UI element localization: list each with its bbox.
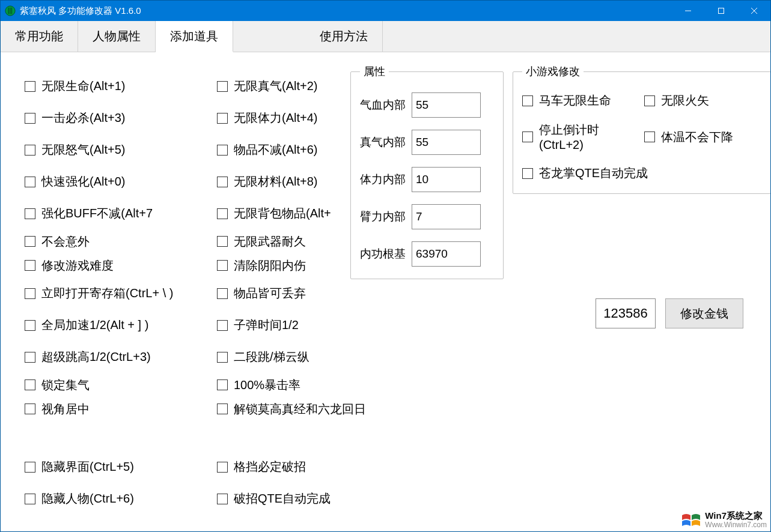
minigame-fieldset: 小游戏修改 马车无限生命 无限火矢 停止倒计时 (CtrL+2) 体温不会下降 … bbox=[513, 64, 771, 194]
app-icon bbox=[4, 5, 16, 17]
windows-logo-icon bbox=[681, 512, 701, 528]
chk-label: 一击必杀(Alt+3) bbox=[41, 110, 125, 126]
tab-usage[interactable]: 使用方法 bbox=[305, 21, 383, 52]
chk-label: 快速强化(Alt+0) bbox=[41, 174, 125, 190]
attr-input-strength[interactable] bbox=[412, 204, 481, 229]
watermark-line1: Win7系统之家 bbox=[705, 511, 767, 521]
checkbox-col-1: 无限生命(Alt+1) 一击必杀(Alt+3) 无限怒气(Alt+5) 快速强化… bbox=[25, 70, 217, 515]
chk-infinite-bag[interactable] bbox=[217, 208, 228, 219]
attributes-fieldset: 属性 气血内部 真气内部 体力内部 臂力内部 内功根基 bbox=[350, 64, 504, 279]
watermark: Win7系统之家 Www.Winwin7.com bbox=[681, 511, 767, 529]
chk-label: 全局加速1/2(Alt + ] ) bbox=[41, 317, 148, 333]
chk-label: 格挡必定破招 bbox=[234, 459, 306, 475]
chk-infinite-rage[interactable] bbox=[25, 145, 35, 156]
attr-label-hp: 气血内部 bbox=[360, 97, 412, 113]
chk-infinite-hp[interactable] bbox=[25, 81, 35, 92]
chk-unlock-scripture[interactable] bbox=[217, 404, 228, 414]
attr-label-inner: 内功根基 bbox=[360, 246, 412, 262]
chk-label: 无限武器耐久 bbox=[234, 234, 306, 250]
chk-difficulty[interactable] bbox=[25, 260, 35, 271]
chk-onehit-kill[interactable] bbox=[25, 113, 35, 124]
attr-label-stamina: 体力内部 bbox=[360, 172, 412, 187]
chk-crit-100[interactable] bbox=[217, 379, 228, 390]
chk-label: 超级跳高1/2(CtrL+3) bbox=[41, 349, 151, 365]
watermark-text: Win7系统之家 Www.Winwin7.com bbox=[705, 511, 767, 529]
chk-infinite-material[interactable] bbox=[217, 177, 228, 187]
chk-weapon-durability[interactable] bbox=[217, 236, 228, 247]
chk-label: 无限体力(Alt+4) bbox=[234, 110, 317, 126]
chk-label: 清除阴阳内伤 bbox=[234, 258, 306, 274]
chk-double-jump[interactable] bbox=[217, 352, 228, 363]
close-button[interactable] bbox=[737, 1, 770, 21]
attr-label-strength: 臂力内部 bbox=[360, 209, 412, 225]
attr-input-mp[interactable] bbox=[412, 130, 481, 155]
tab-common[interactable]: 常用功能 bbox=[1, 21, 78, 52]
chk-hide-char[interactable] bbox=[25, 494, 35, 504]
chk-open-storage[interactable] bbox=[25, 288, 35, 299]
attr-label-mp: 真气内部 bbox=[360, 135, 412, 150]
chk-infinite-arrow[interactable] bbox=[644, 95, 655, 106]
chk-label: 解锁莫高真经和六龙回日 bbox=[234, 401, 366, 417]
money-input[interactable] bbox=[596, 298, 656, 328]
attr-input-stamina[interactable] bbox=[412, 167, 481, 192]
chk-label: 无限背包物品(Alt+ bbox=[234, 205, 331, 222]
chk-temp-nodrop[interactable] bbox=[644, 131, 655, 142]
app-window: 紫塞秋风 多功能修改器 V1.6.0 常用功能 人物属性 添加道具 使用方法 无… bbox=[0, 0, 771, 532]
chk-label: 立即打开寄存箱(CtrL+ \ ) bbox=[41, 285, 173, 301]
chk-label: 苍龙掌QTE自动完成 bbox=[539, 165, 648, 181]
chk-break-qte-auto[interactable] bbox=[217, 494, 228, 504]
chk-global-speed[interactable] bbox=[25, 320, 35, 331]
chk-label: 马车无限生命 bbox=[539, 92, 611, 109]
titlebar-left: 紫塞秋风 多功能修改器 V1.6.0 bbox=[1, 5, 141, 17]
chk-stop-timer[interactable] bbox=[522, 131, 533, 142]
chk-label: 无限火矢 bbox=[661, 92, 709, 109]
chk-dragon-qte[interactable] bbox=[522, 168, 533, 179]
chk-infinite-stamina[interactable] bbox=[217, 113, 228, 124]
chk-lock-qi[interactable] bbox=[25, 379, 35, 390]
chk-label: 二段跳/梯云纵 bbox=[234, 349, 309, 365]
chk-item-noreduce[interactable] bbox=[217, 145, 228, 156]
chk-label: 不会意外 bbox=[41, 234, 90, 250]
money-box: 修改金钱 bbox=[596, 298, 743, 328]
minigame-legend: 小游戏修改 bbox=[522, 64, 584, 79]
chk-all-droppable[interactable] bbox=[217, 288, 228, 299]
chk-parry-break[interactable] bbox=[217, 462, 228, 473]
chk-label: 强化BUFF不减(Alt+7 bbox=[41, 205, 153, 222]
chk-label: 无限怒气(Alt+5) bbox=[41, 142, 125, 158]
money-button[interactable]: 修改金钱 bbox=[665, 298, 743, 328]
chk-infinite-mp[interactable] bbox=[217, 81, 228, 92]
attr-input-inner[interactable] bbox=[412, 241, 481, 267]
svg-rect-3 bbox=[11, 8, 12, 14]
chk-cart-hp[interactable] bbox=[522, 95, 533, 106]
chk-label: 隐藏人物(CtrL+6) bbox=[41, 491, 134, 507]
minimize-button[interactable] bbox=[671, 1, 704, 21]
chk-buff-noreduce[interactable] bbox=[25, 208, 35, 219]
chk-label: 停止倒计时 (CtrL+2) bbox=[539, 122, 639, 152]
svg-rect-2 bbox=[10, 8, 10, 14]
tab-attributes[interactable]: 人物属性 bbox=[78, 21, 156, 52]
attributes-legend: 属性 bbox=[360, 64, 389, 79]
tabs: 常用功能 人物属性 添加道具 使用方法 bbox=[1, 21, 770, 52]
tab-additems[interactable]: 添加道具 bbox=[156, 21, 233, 52]
chk-label: 体温不会下降 bbox=[661, 129, 733, 145]
chk-bullet-time[interactable] bbox=[217, 320, 228, 331]
chk-clear-injury[interactable] bbox=[217, 260, 228, 271]
maximize-button[interactable] bbox=[704, 1, 737, 21]
chk-label: 子弹时间1/2 bbox=[234, 317, 299, 333]
chk-center-view[interactable] bbox=[25, 404, 35, 414]
attr-input-hp[interactable] bbox=[412, 92, 481, 118]
minigame-grid: 马车无限生命 无限火矢 停止倒计时 (CtrL+2) 体温不会下降 苍龙掌QTE… bbox=[522, 92, 761, 181]
chk-fast-enhance[interactable] bbox=[25, 177, 35, 187]
chk-label: 100%暴击率 bbox=[234, 377, 300, 393]
chk-label: 隐藏界面(CtrL+5) bbox=[41, 459, 134, 475]
chk-label: 无限生命(Alt+1) bbox=[41, 78, 125, 94]
svg-rect-1 bbox=[8, 8, 8, 14]
chk-hide-ui[interactable] bbox=[25, 462, 35, 473]
chk-super-jump[interactable] bbox=[25, 352, 35, 363]
window-title: 紫塞秋风 多功能修改器 V1.6.0 bbox=[20, 5, 141, 17]
chk-no-accident[interactable] bbox=[25, 236, 35, 247]
svg-rect-5 bbox=[718, 8, 724, 14]
chk-label: 视角居中 bbox=[41, 401, 90, 417]
chk-label: 锁定集气 bbox=[41, 377, 90, 393]
watermark-line2: Www.Winwin7.com bbox=[705, 521, 767, 529]
